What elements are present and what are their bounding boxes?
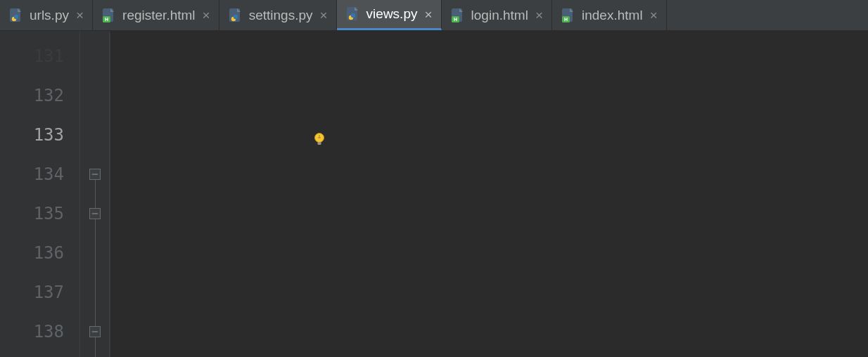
svg-point-11 (350, 13, 355, 18)
close-icon[interactable]: × (534, 8, 544, 22)
fold-toggle-icon[interactable] (89, 326, 101, 337)
line-number: 138 (0, 312, 64, 351)
line-number: 132 (0, 76, 64, 115)
tab-label: index.html (582, 8, 643, 23)
svg-point-2 (14, 14, 18, 18)
line-number: 134 (0, 155, 64, 194)
tab-label: settings.py (249, 8, 313, 23)
tab-label: urls.py (30, 8, 69, 23)
close-icon[interactable]: × (423, 8, 433, 21)
indent-guide (110, 33, 110, 357)
close-icon[interactable]: × (319, 8, 329, 22)
svg-text:H: H (454, 17, 457, 22)
line-number: 133 (0, 115, 64, 155)
python-file-icon (8, 8, 24, 23)
html-file-icon: H (101, 8, 117, 23)
tab-label: views.py (366, 6, 418, 22)
tab-label: register.html (122, 8, 195, 23)
line-number: 139 (0, 351, 64, 357)
code-editor[interactable]: 131 132 133 134 135 136 137 138 139 #局部禁… (0, 31, 868, 357)
close-icon[interactable]: × (649, 8, 659, 22)
editor-tabbar: urls.py × H register.html × settings.py … (0, 0, 868, 31)
code-line (117, 312, 868, 351)
fold-toggle-icon[interactable] (89, 169, 101, 180)
tab-index-html[interactable]: H index.html × (552, 0, 667, 30)
python-file-icon (228, 8, 243, 23)
line-number: 137 (0, 273, 64, 312)
tab-login-html[interactable]: H login.html × (442, 0, 552, 30)
close-icon[interactable]: × (201, 8, 212, 22)
svg-point-8 (233, 14, 237, 18)
fold-gutter (80, 31, 110, 357)
tab-settings-py[interactable]: settings.py × (219, 0, 337, 30)
svg-rect-19 (317, 142, 321, 145)
svg-text:H: H (105, 17, 108, 22)
python-file-icon (345, 6, 361, 22)
line-number: 136 (0, 233, 64, 273)
line-number: 135 (0, 194, 64, 233)
tab-register-html[interactable]: H register.html × (93, 0, 219, 30)
close-icon[interactable]: × (75, 8, 85, 22)
html-file-icon: H (561, 8, 576, 23)
tab-urls-py[interactable]: urls.py × (0, 0, 93, 30)
tab-label: login.html (471, 8, 528, 23)
tab-views-py[interactable]: views.py × (337, 0, 442, 30)
svg-text:H: H (564, 17, 568, 22)
fold-toggle-icon[interactable] (89, 208, 101, 219)
line-number-gutter: 131 132 133 134 135 136 137 138 139 (0, 31, 80, 357)
code-area[interactable]: #局部禁止 @csrf_exempt def register(request)… (110, 31, 868, 357)
html-file-icon: H (450, 8, 466, 23)
intention-bulb-icon[interactable] (250, 82, 266, 98)
line-number: 131 (0, 37, 64, 76)
